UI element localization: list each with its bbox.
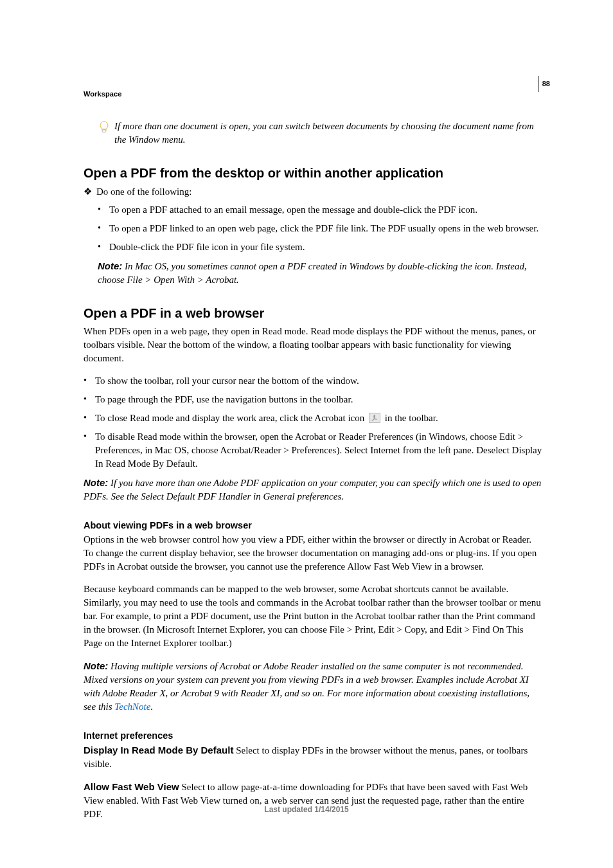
list-item-text-b: in the toolbar. [382,413,438,423]
note-label: Note: [84,477,108,488]
lightbulb-icon [99,120,109,139]
list-item: To open a PDF linked to an open web page… [98,222,542,235]
pref-allow-fast-web: Allow Fast Web View Select to allow page… [84,780,542,821]
page-number: 88 [538,76,550,92]
acrobat-icon [369,413,380,423]
pref-label: Allow Fast Web View [84,781,179,792]
open-desktop-steps: To open a PDF attached to an email messa… [98,203,542,254]
page: Workspace 88 If more than one document i… [0,0,613,868]
note-multiple-apps: Note: If you have more than one Adobe PD… [84,476,542,503]
do-one-list: Do one of the following: [84,185,542,199]
browser-steps-list: To show the toolbar, roll your cursor ne… [84,374,542,471]
do-one-item: Do one of the following: [84,185,542,199]
list-item: Double-click the PDF file icon in your f… [98,240,542,254]
note-text-b: . [150,701,153,712]
list-item: To close Read mode and display the work … [84,411,542,425]
footer-last-updated: Last updated 1/14/2015 [0,805,613,814]
note-text: In Mac OS, you sometimes cannot open a P… [98,261,527,285]
heading-about-viewing: About viewing PDFs in a web browser [84,520,542,530]
note-text: If you have more than one Adobe PDF appl… [84,478,541,502]
page-content: If more than one document is open, you c… [84,120,542,821]
note-multiple-versions: Note: Having multiple versions of Acroba… [84,659,542,714]
pref-display-read-mode: Display In Read Mode By Default Select t… [84,743,542,771]
heading-internet-prefs: Internet preferences [84,730,542,741]
list-item: To open a PDF attached to an email messa… [98,203,542,217]
browser-intro: When PDFs open in a web page, they open … [84,325,542,365]
pref-label: Display In Read Mode By Default [84,745,233,755]
list-item: To show the toolbar, roll your cursor ne… [84,374,542,388]
svg-point-0 [100,122,108,129]
heading-open-desktop: Open a PDF from the desktop or within an… [84,166,542,181]
heading-open-browser: Open a PDF in a web browser [84,306,542,321]
tip-text: If more than one document is open, you c… [114,120,542,147]
technote-link[interactable]: TechNote [114,701,150,712]
tip-callout: If more than one document is open, you c… [99,120,542,147]
about-para-1: Options in the web browser control how y… [84,533,542,574]
note-mac-os: Note: In Mac OS, you sometimes cannot op… [98,259,542,287]
list-item: To page through the PDF, use the navigat… [84,393,542,406]
list-item: To disable Read mode within the browser,… [84,430,542,471]
note-label: Note: [84,660,108,671]
note-label: Note: [98,260,122,271]
about-para-2: Because keyboard commands can be mapped … [84,583,542,650]
breadcrumb: Workspace [84,90,121,98]
list-item-text-a: To close Read mode and display the work … [95,413,367,423]
